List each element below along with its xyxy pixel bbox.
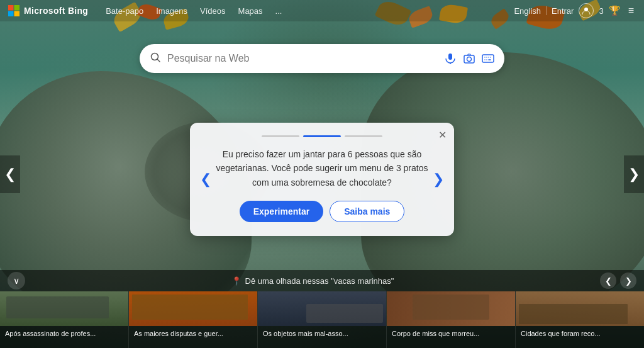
header-divider <box>546 6 547 15</box>
user-svg <box>582 6 591 15</box>
logo-text: Microsoft Bing <box>24 6 88 16</box>
nav-maps[interactable]: Mapas <box>233 4 268 18</box>
svg-rect-0 <box>8 5 14 11</box>
bottom-bar-right: ❮ ❯ <box>600 272 636 289</box>
bottom-bar: ∨ 📍 Dê uma olhada nessas "vacas marinhas… <box>0 270 644 291</box>
svg-rect-7 <box>448 53 452 60</box>
news-item[interactable]: Após assassinato de profes... <box>0 291 129 348</box>
slide-next-button[interactable]: ❯ <box>620 272 636 289</box>
news-title: As maiores disputas e guer... <box>129 326 257 340</box>
language-button[interactable]: English <box>514 6 541 16</box>
news-item[interactable]: Corpo de miss que morreu... <box>387 291 516 348</box>
camera-svg <box>463 52 475 65</box>
popup-buttons: Experimentar Saiba mais <box>215 201 429 222</box>
news-items: Após assassinato de profes... As maiores… <box>0 291 644 348</box>
chevron-down-button[interactable]: ∨ <box>8 272 25 289</box>
keyboard-icon[interactable] <box>482 53 494 64</box>
svg-rect-11 <box>482 55 494 62</box>
location-icon: 📍 <box>231 276 242 286</box>
trophy-icon[interactable]: 🏆 <box>609 5 621 16</box>
svg-rect-3 <box>14 11 20 17</box>
search-box <box>140 44 504 73</box>
progress-step-1 <box>303 135 341 137</box>
slide-prev-button[interactable]: ❮ <box>600 272 616 289</box>
side-nav-left-button[interactable]: ❮ <box>0 155 20 193</box>
keyboard-svg <box>482 53 494 64</box>
search-input[interactable] <box>167 53 439 64</box>
nav-more[interactable]: ... <box>270 4 287 18</box>
points-badge[interactable]: 3 <box>599 6 603 16</box>
news-item[interactable]: As maiores disputas e guer... <box>129 291 258 348</box>
try-button[interactable]: Experimentar <box>240 201 323 222</box>
hamburger-menu-icon[interactable]: ≡ <box>626 3 636 19</box>
popup-next-button[interactable]: ❯ <box>428 166 449 193</box>
popup-close-icon[interactable]: ✕ <box>438 129 447 141</box>
popup-prev-button[interactable]: ❮ <box>195 166 216 193</box>
logo-area: Microsoft Bing <box>8 4 88 17</box>
progress-step-0 <box>262 135 299 137</box>
header-right: English Entrar 3 🏆 ≡ <box>514 3 636 19</box>
popup-text: Eu preciso fazer um jantar para 6 pessoa… <box>215 147 429 189</box>
search-icon <box>150 52 161 66</box>
bottom-bar-left: ∨ <box>8 272 25 289</box>
progress-step-2 <box>345 135 382 137</box>
news-title: Cidades que foram reco... <box>516 326 644 340</box>
location-text: Dê uma olhada nessas "vacas marinhas" <box>245 276 394 286</box>
news-item[interactable]: Os objetos mais mal-asso... <box>258 291 387 348</box>
search-area <box>140 44 504 73</box>
svg-rect-1 <box>14 5 20 11</box>
mic-icon[interactable] <box>444 52 457 65</box>
news-title: Após assassinato de profes... <box>0 326 128 340</box>
news-strip: Após assassinato de profes... As maiores… <box>0 291 644 348</box>
header: Microsoft Bing Bate-papo Imagens Vídeos … <box>0 0 644 21</box>
svg-line-6 <box>157 59 160 62</box>
search-icons-right <box>444 52 494 65</box>
user-icon[interactable] <box>579 3 594 18</box>
learn-more-button[interactable]: Saiba mais <box>330 201 404 222</box>
nav-images[interactable]: Imagens <box>151 4 192 18</box>
camera-icon[interactable] <box>463 52 475 65</box>
bottom-bar-center: 📍 Dê uma olhada nessas "vacas marinhas" <box>25 276 600 286</box>
popup-card: ✕ ❮ ❯ Eu preciso fazer um jantar para 6 … <box>190 123 454 236</box>
news-title: Corpo de miss que morreu... <box>387 326 515 340</box>
signin-button[interactable]: Entrar <box>552 6 574 16</box>
svg-point-10 <box>467 57 472 62</box>
news-item[interactable]: Cidades que foram reco... <box>516 291 644 348</box>
popup-progress <box>215 135 429 137</box>
search-svg <box>150 52 161 63</box>
mic-svg <box>444 52 457 65</box>
main-nav: Bate-papo Imagens Vídeos Mapas ... <box>101 4 514 18</box>
microsoft-logo-icon <box>8 4 20 17</box>
nav-videos[interactable]: Vídeos <box>195 4 230 18</box>
side-nav-right-button[interactable]: ❯ <box>624 155 644 193</box>
news-title: Os objetos mais mal-asso... <box>258 326 386 340</box>
svg-rect-2 <box>8 11 14 17</box>
nav-chat[interactable]: Bate-papo <box>101 4 148 18</box>
